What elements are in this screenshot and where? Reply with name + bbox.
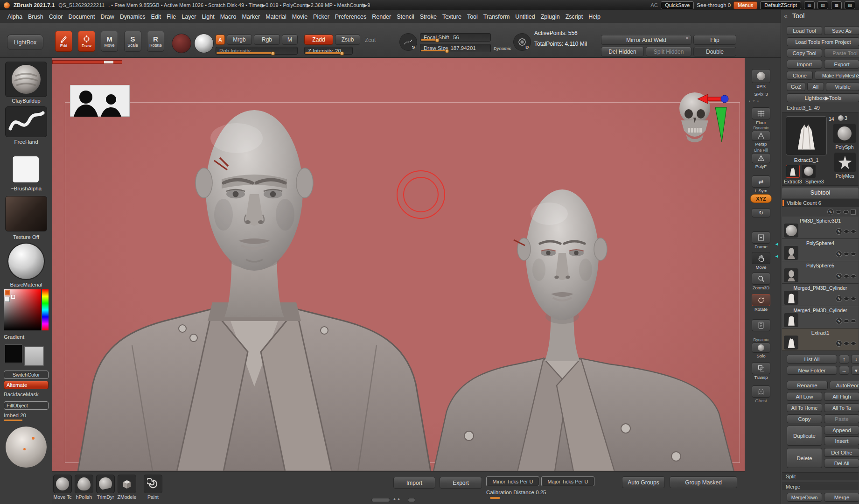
menu-item[interactable]: Layer: [179, 12, 199, 21]
current-brush-thumbnail[interactable]: [5, 62, 47, 97]
menu-item[interactable]: Document: [66, 12, 98, 21]
document-slide-button[interactable]: [749, 319, 773, 331]
floor-button[interactable]: Floor: [749, 107, 773, 125]
import-button[interactable]: Import: [787, 60, 822, 69]
layout-preset-2-icon[interactable]: ▤: [817, 1, 828, 9]
menu-item[interactable]: Movie: [289, 12, 310, 21]
brush-thumb-trimdynamic[interactable]: [96, 475, 115, 493]
all-to-target-button[interactable]: All To Ta: [824, 403, 859, 412]
menu-item[interactable]: Draw: [98, 12, 117, 21]
subtool-row[interactable]: PolySphere4 ✎: [782, 239, 859, 261]
master-paint-icon[interactable]: ✎: [827, 209, 834, 215]
list-all-button[interactable]: List All: [787, 355, 837, 364]
paste-tool-button[interactable]: Paste Tool: [824, 49, 859, 57]
spin-button[interactable]: ↻: [749, 208, 773, 217]
rotate-viewport-button[interactable]: Rotate: [749, 294, 773, 312]
mini-scroll-arrows-icon[interactable]: ▲▲: [393, 497, 401, 500]
lightbox-button[interactable]: LightBox: [7, 35, 43, 50]
folder-move-button[interactable]: →: [839, 366, 849, 375]
brush-thumb-hpolish[interactable]: [75, 475, 93, 493]
layout-preset-1-icon[interactable]: ▥: [804, 1, 815, 9]
visible-count-slider[interactable]: Visible Count 6: [782, 199, 859, 207]
secondary-color-swatch[interactable]: [24, 346, 44, 366]
subtool-row[interactable]: PM3D_Sphere3D1 ✎: [782, 217, 859, 239]
stroke-picker[interactable]: S: [399, 33, 417, 51]
lightbox-tools-button[interactable]: Lightbox▶Tools: [787, 93, 859, 102]
subtool-up-button[interactable]: ↑: [839, 355, 849, 364]
local-symmetry-button[interactable]: ⇄ L.Sym: [749, 175, 773, 193]
subtool-section-header[interactable]: Subtool: [782, 188, 859, 198]
new-folder-button[interactable]: New Folder: [787, 366, 837, 375]
master-frame-icon[interactable]: [851, 210, 856, 215]
solo-button[interactable]: Dynamic Solo: [749, 338, 773, 358]
transp-button[interactable]: Transp: [749, 362, 773, 380]
zsub-button[interactable]: Zsub: [335, 35, 360, 45]
menu-item[interactable]: File: [164, 12, 179, 21]
color-swatch-mini2-icon[interactable]: [5, 297, 10, 302]
picker-sphere[interactable]: [6, 427, 47, 468]
default-zscript-button[interactable]: DefaultZScript: [760, 1, 801, 9]
subtool-row[interactable]: Merged_PM3D_Cylinder ✎: [782, 284, 859, 306]
eye2-icon[interactable]: [851, 252, 856, 256]
delete-button[interactable]: Delete: [787, 448, 822, 468]
hue-strip[interactable]: [42, 289, 49, 330]
frame-button[interactable]: Frame: [749, 231, 773, 249]
menu-item[interactable]: Untitled: [512, 12, 538, 21]
goz-button[interactable]: GoZ: [787, 82, 805, 91]
major-ticks-button[interactable]: Major Ticks Per U: [541, 476, 594, 486]
rgb-button[interactable]: Rgb: [254, 35, 280, 45]
paint-icon[interactable]: ✎: [836, 228, 842, 235]
goz-all-button[interactable]: All: [807, 82, 824, 91]
menu-item[interactable]: Alpha: [5, 12, 25, 21]
spix-slider[interactable]: SPix 3: [749, 91, 773, 97]
paint-icon[interactable]: ✎: [836, 318, 842, 324]
zoom3d-button[interactable]: Zoom3D: [749, 273, 773, 290]
eye-icon[interactable]: [844, 342, 849, 345]
rgb-intensity-slider[interactable]: Rgb Intensity: [216, 47, 298, 55]
duplicate-button[interactable]: Duplicate: [787, 426, 822, 446]
material-sphere[interactable]: [194, 34, 214, 53]
all-to-home-button[interactable]: All To Home: [787, 403, 822, 412]
axis-gizmo[interactable]: [698, 80, 730, 148]
spix-mini-icons[interactable]: ▪Y▪: [749, 99, 773, 103]
menu-item[interactable]: Transform: [481, 12, 513, 21]
mini-scrollbar-right[interactable]: [408, 498, 415, 502]
eye-icon[interactable]: [844, 319, 849, 323]
subtool-master-icons[interactable]: ✎: [782, 208, 859, 216]
all-high-button[interactable]: All High: [824, 392, 859, 401]
del-hidden-button[interactable]: Del Hidden: [601, 47, 644, 56]
main-color-swatch[interactable]: [5, 344, 22, 363]
eye-icon[interactable]: [844, 230, 849, 233]
see-through-slider[interactable]: See-through 0: [697, 2, 731, 8]
menu-item[interactable]: Help: [586, 12, 603, 21]
master-eye-icon[interactable]: [836, 210, 841, 214]
eye2-icon[interactable]: [851, 297, 856, 301]
calibration-distance-slider[interactable]: Calibration Distance 0.25: [486, 490, 546, 495]
merge-button[interactable]: Merge: [824, 493, 859, 502]
panel-collapse-icon[interactable]: «: [784, 12, 788, 20]
all-low-button[interactable]: All Low: [787, 392, 822, 401]
current-stroke-thumbnail[interactable]: [5, 106, 47, 137]
merge-down-button[interactable]: MergeDown: [787, 493, 822, 502]
move-viewport-button[interactable]: Move: [749, 252, 773, 270]
split-hidden-button[interactable]: Split Hidden: [646, 47, 691, 56]
bpr-button[interactable]: BPR: [749, 69, 773, 89]
copy-subtool-button[interactable]: Copy: [787, 414, 822, 423]
menu-item[interactable]: Tool: [464, 12, 481, 21]
eye2-icon[interactable]: [851, 230, 856, 233]
menu-item[interactable]: Brush: [25, 12, 46, 21]
mrgb-button[interactable]: Mrgb: [227, 35, 252, 45]
sphere3-thumbnail[interactable]: [802, 165, 816, 178]
focal-shift-knob[interactable]: [435, 38, 440, 42]
paint-icon[interactable]: ✎: [836, 295, 842, 302]
eye-icon[interactable]: [844, 297, 849, 301]
copy-tool-button[interactable]: Copy Tool: [787, 49, 822, 57]
menu-item[interactable]: Texture: [440, 12, 464, 21]
focal-shift-slider[interactable]: Focal Shift -56: [420, 33, 491, 42]
polymesh-star-thumbnail[interactable]: [834, 153, 856, 172]
insert-button[interactable]: Insert: [824, 436, 859, 445]
flip-button[interactable]: Flip: [693, 35, 736, 45]
z-intensity-knob[interactable]: [340, 51, 344, 56]
mirror-and-weld-button[interactable]: Mirror And Weld ∗: [601, 35, 691, 45]
export-button[interactable]: Export: [824, 60, 859, 69]
